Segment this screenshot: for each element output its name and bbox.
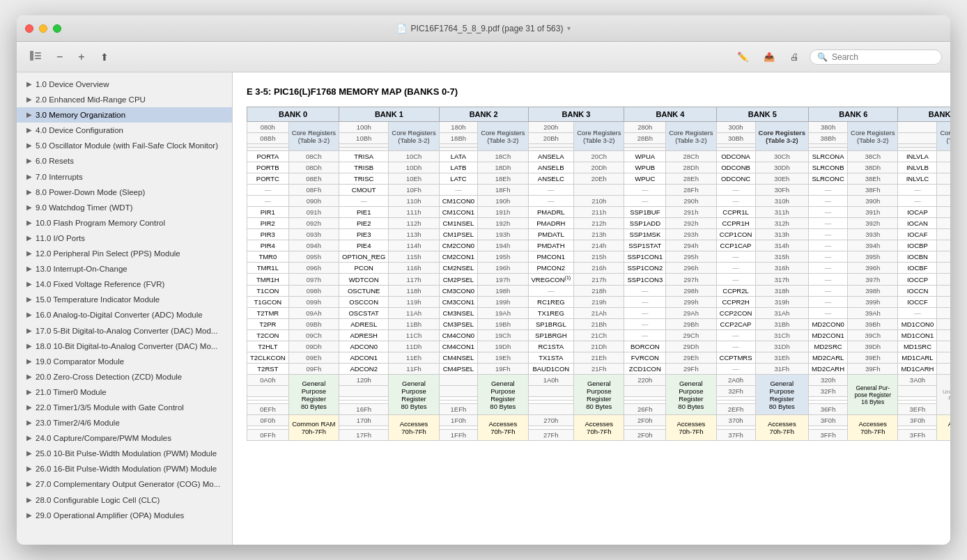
reg-cell: — — [716, 364, 755, 375]
annotate-button[interactable]: ✏️ — [732, 48, 753, 65]
addr-cell: 3FFh — [898, 430, 937, 441]
sidebar-item-6[interactable]: ▶7.0 Interrupts — [17, 169, 232, 185]
addr-cell — [937, 218, 950, 229]
reg-cell: WPUB — [624, 162, 666, 173]
reg-cell: IOCCF — [898, 297, 937, 308]
sidebar-item-label: 16.0 Analog-to-Digital Converter (ADC) M… — [36, 309, 203, 320]
print-button[interactable]: 🖨 — [785, 48, 804, 65]
addr-cell: 280h — [624, 122, 666, 133]
sidebar-item-26[interactable]: ▶27.0 Complementary Output Generator (CO… — [17, 476, 232, 492]
reg-cell: SSP1CON2 — [624, 263, 666, 274]
addr-cell: 18Ch — [478, 151, 528, 162]
sidebar-item-11[interactable]: ▶12.0 Peripheral Pin Select (PPS) Module — [17, 246, 232, 261]
export-button[interactable]: 📤 — [759, 48, 780, 65]
content-area: ▶1.0 Device Overview▶2.0 Enhanced Mid-Ra… — [17, 72, 950, 545]
sidebar-item-1[interactable]: ▶2.0 Enhanced Mid-Range CPU — [17, 92, 232, 107]
sidebar-arrow: ▶ — [26, 495, 32, 505]
addr-cell: 310h — [755, 196, 809, 207]
addr-cell — [937, 173, 950, 185]
reg-cell: TRISA — [339, 151, 389, 162]
addr-cell: 110h — [389, 196, 439, 207]
sidebar-item-22[interactable]: ▶23.0 Timer2/4/6 Module — [17, 415, 232, 430]
sidebar-item-12[interactable]: ▶13.0 Interrupt-On-Change — [17, 261, 232, 277]
sidebar-item-13[interactable]: ▶14.0 Fixed Voltage Reference (FVR) — [17, 277, 232, 292]
core-reg-cell: Core Registers(Table 3-2) — [288, 122, 339, 151]
addr-cell: 19Ch — [478, 330, 528, 341]
sidebar-item-23[interactable]: ▶24.0 Capture/Compare/PWM Modules — [17, 430, 232, 446]
addr-cell: 200h — [528, 122, 574, 133]
gpr-cell: GeneralPurposeRegister80 Bytes — [288, 375, 339, 415]
addr-cell: 38Bh — [809, 133, 848, 144]
addr-cell: 08Dh — [288, 162, 339, 173]
reg-cell: ADCON1 — [339, 352, 389, 364]
addr-cell: 214h — [574, 240, 624, 251]
reg-cell: T2RST — [247, 364, 289, 375]
sidebar-item-4[interactable]: ▶5.0 Oscillator Module (with Fail-Safe C… — [17, 138, 232, 153]
table-row: PIR1 091h PIE1 111h CM1CON1 191h PMADRL … — [247, 207, 951, 218]
addr-cell: 31Bh — [755, 319, 809, 330]
sidebar-item-20[interactable]: ▶21.0 Timer0 Module — [17, 384, 232, 400]
sidebar-item-19[interactable]: ▶20.0 Zero-Cross Detection (ZCD) Module — [17, 369, 232, 384]
addr-cell: 318h — [755, 286, 809, 297]
sidebar-item-14[interactable]: ▶15.0 Temperature Indicator Module — [17, 292, 232, 307]
sidebar-item-7[interactable]: ▶8.0 Power-Down Mode (Sleep) — [17, 185, 232, 200]
sidebar-item-label: 27.0 Complementary Output Generator (COG… — [36, 479, 220, 490]
sidebar-item-27[interactable]: ▶28.0 Configurable Logic Cell (CLC) — [17, 492, 232, 508]
addr-cell: 196h — [478, 263, 528, 274]
reg-cell: — — [624, 308, 666, 319]
reg-cell: LATB — [439, 162, 477, 173]
sidebar-item-label: 19.0 Comparator Module — [36, 356, 124, 367]
sidebar-item-9[interactable]: ▶10.0 Flash Program Memory Control — [17, 215, 232, 231]
reg-cell: PIR1 — [247, 207, 289, 218]
sidebar-item-16[interactable]: ▶17.0 5-Bit Digital-to-Analog Converter … — [17, 323, 232, 339]
sidebar-arrow: ▶ — [26, 341, 32, 351]
addr-cell — [937, 229, 950, 240]
sidebar-item-label: 11.0 I/O Ports — [36, 233, 85, 244]
sidebar-item-25[interactable]: ▶26.0 16-Bit Pulse-Width Modulation (PWM… — [17, 461, 232, 476]
zoom-out-button[interactable]: − — [52, 47, 68, 67]
fullscreen-button[interactable] — [53, 24, 61, 33]
sidebar-item-28[interactable]: ▶29.0 Operational Amplifier (OPA) Module… — [17, 508, 232, 523]
addr-cell: 096h — [288, 263, 339, 274]
addr-cell: 215h — [574, 251, 624, 263]
sidebar-item-2[interactable]: ▶3.0 Memory Organization — [17, 107, 232, 123]
sidebar-toggle-button[interactable] — [25, 47, 46, 66]
sidebar-item-8[interactable]: ▶9.0 Watchdog Timer (WDT) — [17, 200, 232, 215]
sidebar-item-label: 14.0 Fixed Voltage Reference (FVR) — [36, 279, 164, 290]
sidebar-item-15[interactable]: ▶16.0 Analog-to-Digital Converter (ADC) … — [17, 307, 232, 322]
core-reg-cell: Core Registers(Table 3-2) — [666, 122, 716, 151]
addr-cell: 32Fh — [716, 386, 755, 397]
addr-cell — [898, 122, 937, 133]
reg-cell: WDTCON — [339, 274, 389, 286]
sidebar-item-3[interactable]: ▶4.0 Device Configuration — [17, 123, 232, 138]
bank6-header: BANK 6 — [809, 107, 898, 122]
addr-cell: 09Ah — [288, 308, 339, 319]
addr-cell — [937, 319, 950, 330]
zoom-in-button[interactable]: + — [73, 47, 89, 67]
addr-cell — [247, 386, 289, 397]
reg-cell: CM1CON1 — [439, 207, 477, 218]
sidebar-item-0[interactable]: ▶1.0 Device Overview — [17, 77, 232, 92]
search-input[interactable] — [832, 52, 934, 62]
addr-cell: 192h — [478, 218, 528, 229]
reg-cell: RC1REG — [528, 297, 574, 308]
sidebar-item-label: 28.0 Configurable Logic Cell (CLC) — [36, 495, 160, 506]
reg-cell: CM1PSEL — [439, 229, 477, 240]
sidebar-item-5[interactable]: ▶6.0 Resets — [17, 153, 232, 169]
close-button[interactable] — [25, 24, 33, 33]
reg-cell: PMADRH — [528, 218, 574, 229]
reg-cell: IOCBF — [898, 263, 937, 274]
share-button[interactable]: ⬆ — [95, 48, 114, 66]
addr-cell: 216h — [574, 263, 624, 274]
addr-cell — [937, 151, 950, 162]
core-reg-cell: Core Registers(Table 3-2) — [937, 122, 950, 151]
sidebar-item-24[interactable]: ▶25.0 10-Bit Pulse-Width Modulation (PWM… — [17, 446, 232, 461]
minimize-button[interactable] — [39, 24, 47, 33]
sidebar-item-21[interactable]: ▶22.0 Timer1/3/5 Module with Gate Contro… — [17, 400, 232, 415]
sidebar-item-18[interactable]: ▶19.0 Comparator Module — [17, 354, 232, 369]
sidebar-item-17[interactable]: ▶18.0 10-Bit Digital-to-Analog Converter… — [17, 339, 232, 354]
reg-cell: PORTA — [247, 151, 289, 162]
sidebar-item-10[interactable]: ▶11.0 I/O Ports — [17, 231, 232, 246]
addr-cell: 095h — [288, 251, 339, 263]
addr-cell: 195h — [478, 251, 528, 263]
